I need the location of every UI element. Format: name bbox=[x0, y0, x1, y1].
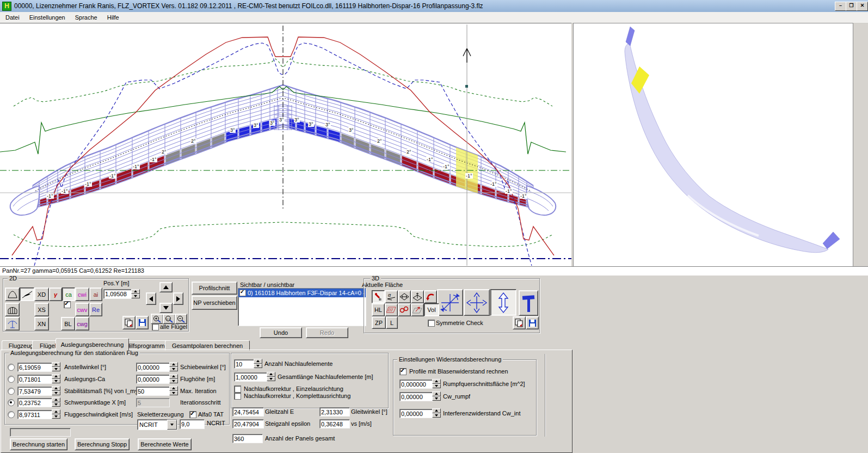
alle-fluegel-checkbox[interactable] bbox=[152, 323, 159, 330]
wing-front-view-plot[interactable]: -1°-1°-1°-1°-1°-1°2°2°3°3°3°3°3°3°3°3°2°… bbox=[0, 23, 571, 266]
laenge-nachlauf-input[interactable] bbox=[234, 372, 268, 382]
pan-right-button[interactable] bbox=[173, 292, 183, 305]
posy-spinner[interactable] bbox=[131, 289, 140, 298]
schiebewinkel-spinner[interactable] bbox=[169, 362, 178, 371]
move-3d-button[interactable] bbox=[464, 289, 490, 316]
pan-up-button[interactable] bbox=[159, 282, 173, 292]
cw-int-spinner[interactable] bbox=[432, 408, 441, 418]
vol-button[interactable]: Vol bbox=[424, 303, 439, 316]
np-verschieben-button[interactable]: NP verschieben bbox=[192, 296, 237, 310]
symmetrie-check-checkbox[interactable] bbox=[428, 320, 435, 327]
surface-visible-checkbox[interactable] bbox=[239, 290, 246, 296]
wing-3d-view[interactable] bbox=[573, 23, 853, 267]
xd-button[interactable]: XD bbox=[34, 287, 49, 301]
blasenwiderstand-checkbox[interactable] bbox=[399, 368, 407, 375]
pan-3d-horizontal-button[interactable] bbox=[398, 290, 411, 303]
ncrit-value-input[interactable] bbox=[180, 419, 205, 429]
radio-anstellwinkel[interactable] bbox=[8, 364, 15, 371]
copy-plot-button[interactable] bbox=[122, 316, 136, 329]
close-button[interactable]: ✕ bbox=[857, 2, 868, 11]
cwv-button[interactable]: cwv bbox=[75, 303, 89, 316]
minimize-button[interactable]: – bbox=[835, 2, 846, 11]
spin-down-icon[interactable] bbox=[131, 294, 140, 299]
zp-button[interactable]: ZP bbox=[372, 316, 386, 329]
alpha-view-button[interactable]: α bbox=[385, 290, 398, 303]
flughoehe-input[interactable] bbox=[136, 375, 170, 384]
schwerpunktlage-spinner[interactable] bbox=[52, 397, 60, 407]
l-button[interactable]: L bbox=[386, 316, 398, 329]
stabilitaetsmass-input[interactable] bbox=[17, 387, 52, 396]
rumpfflaeche-spinner[interactable] bbox=[432, 379, 441, 388]
copy-3d-button[interactable] bbox=[513, 316, 526, 329]
undo-button[interactable]: Undo bbox=[260, 327, 302, 338]
nachlaufkorrektur-einzel-checkbox[interactable] bbox=[234, 385, 241, 393]
fluggeschwindigkeit-spinner[interactable] bbox=[52, 409, 60, 419]
zoom-in-button[interactable] bbox=[151, 314, 163, 324]
mesh-view-button[interactable] bbox=[5, 303, 20, 316]
spin-up-icon[interactable] bbox=[131, 289, 140, 294]
alfa0-tat-checkbox[interactable] bbox=[189, 411, 196, 418]
berechnung-starten-button[interactable]: Berechnung starten bbox=[10, 438, 67, 450]
schiebewinkel-input[interactable] bbox=[136, 363, 170, 372]
menu-datei[interactable]: Datei bbox=[1, 13, 24, 22]
planform-view-button[interactable] bbox=[5, 287, 20, 301]
radio-fluggeschwindigkeit[interactable] bbox=[8, 411, 15, 418]
max-iteration-input[interactable] bbox=[136, 387, 170, 396]
ca-button[interactable]: ca bbox=[62, 287, 75, 301]
profilschnitt-button[interactable]: Profilschnitt bbox=[192, 281, 237, 295]
re-button[interactable]: Re bbox=[89, 303, 102, 316]
spar-view-button[interactable] bbox=[5, 317, 20, 330]
vortex-roll-button[interactable] bbox=[398, 303, 411, 316]
cw-rumpf-spinner[interactable] bbox=[432, 391, 441, 401]
rotate-3d-button[interactable] bbox=[437, 289, 463, 316]
xs-button[interactable]: XS bbox=[34, 303, 49, 316]
radio-schwerpunktlage[interactable] bbox=[8, 399, 15, 406]
section-view-button[interactable] bbox=[20, 287, 34, 301]
maximize-button[interactable]: ❐ bbox=[846, 2, 857, 11]
gamma-button[interactable]: γ bbox=[49, 287, 62, 301]
cw-rumpf-input[interactable] bbox=[399, 392, 433, 401]
flughoehe-spinner[interactable] bbox=[169, 374, 178, 383]
save-plot-button[interactable] bbox=[136, 316, 149, 329]
ncrit-dropdown[interactable]: NCRIT bbox=[137, 419, 177, 430]
ai-button[interactable]: ai bbox=[89, 287, 102, 301]
auslegungs-ca-spinner[interactable] bbox=[52, 374, 60, 383]
tab-auslegungsberechnung[interactable]: Auslegungsberechnung bbox=[56, 338, 129, 351]
surface-listbox[interactable]: 0) 161018 Halbhorten F3F-Dispar 14-cA=0 … bbox=[238, 288, 366, 326]
normal-arrow-button[interactable] bbox=[411, 303, 424, 316]
pan-3d-vertical-button[interactable] bbox=[411, 290, 424, 303]
hl-button[interactable]: HL bbox=[372, 303, 385, 316]
anstellwinkel-spinner[interactable] bbox=[52, 362, 60, 371]
anzahl-nachlauf-spinner[interactable] bbox=[254, 359, 262, 368]
berechnete-werte-button[interactable]: Berechnete Werte bbox=[138, 438, 192, 450]
panel-plate-button[interactable] bbox=[385, 303, 398, 316]
max-iteration-spinner[interactable] bbox=[169, 386, 178, 395]
view-undo-button[interactable] bbox=[424, 290, 437, 303]
nachlaufkorrektur-komplett-checkbox[interactable] bbox=[234, 393, 241, 400]
paint-mesh-button[interactable] bbox=[372, 290, 385, 303]
zoom-out-button[interactable] bbox=[175, 314, 187, 324]
cwg-button[interactable]: cwg bbox=[75, 317, 89, 330]
redo-button[interactable]: Redo bbox=[306, 327, 348, 338]
xn-button[interactable]: XN bbox=[34, 317, 49, 330]
pan-left-button[interactable] bbox=[146, 292, 156, 305]
fluggeschwindigkeit-input[interactable] bbox=[17, 410, 52, 419]
ca-checkbox[interactable] bbox=[64, 301, 71, 308]
menu-hilfe[interactable]: Hilfe bbox=[103, 13, 124, 22]
cwi-button[interactable]: cwi bbox=[75, 287, 89, 301]
pan-down-button[interactable] bbox=[159, 303, 173, 313]
save-3d-button[interactable] bbox=[526, 316, 539, 329]
stabilitaetsmass-spinner[interactable] bbox=[52, 386, 60, 395]
posy-input[interactable] bbox=[103, 289, 132, 299]
berechnung-stopp-button[interactable]: Berechnung Stopp bbox=[75, 438, 130, 450]
zoom-3d-button[interactable] bbox=[490, 289, 516, 316]
radio-stabilitaetsmass[interactable] bbox=[8, 388, 15, 395]
radio-auslegungs-ca[interactable] bbox=[8, 376, 15, 383]
laenge-nachlauf-spinner[interactable] bbox=[267, 372, 275, 381]
tools-3d-button[interactable] bbox=[519, 290, 538, 316]
anstellwinkel-input[interactable] bbox=[17, 363, 52, 372]
surface-list-item[interactable]: 0) 161018 Halbhorten F3F-Dispar 14-cA=0 … bbox=[238, 289, 366, 297]
auslegungs-ca-input[interactable] bbox=[17, 375, 52, 384]
zoom-reset-button[interactable]: 1:1 bbox=[163, 314, 175, 324]
anzahl-nachlauf-input[interactable] bbox=[234, 359, 255, 369]
